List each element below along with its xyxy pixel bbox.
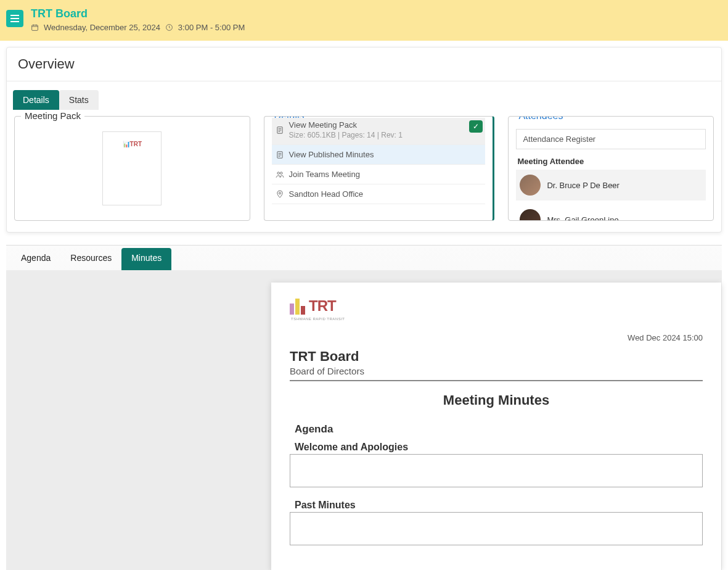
teams-label: Join Teams Meeting (289, 170, 360, 179)
logo-subtitle: TSHWANE RAPID TRANSIT (291, 317, 345, 321)
attendee-name: Dr. Bruce P De Beer (547, 181, 620, 190)
minutes-text-box-2[interactable] (290, 512, 703, 545)
attendee-name: Mrs. Gail GreenLine (547, 215, 618, 221)
view-pack-text-wrap: View Meeting Pack Size: 605.1KB | Pages:… (289, 120, 403, 139)
minutes-viewer: TRT TSHWANE RAPID TRANSIT Wed Dec 2024 1… (6, 270, 722, 570)
minutes-text-box-1[interactable] (290, 454, 703, 487)
meeting-time: 3:00 PM - 5:00 PM (178, 23, 245, 32)
doc-datetime: Wed Dec 2024 15:00 (628, 333, 703, 342)
agenda-item-2: Past Minutes (295, 500, 703, 511)
clock-icon (165, 23, 173, 31)
svg-point-5 (280, 171, 282, 174)
avatar (520, 175, 541, 196)
tab-agenda[interactable]: Agenda (11, 246, 60, 270)
agenda-item-1: Welcome and Apologies (295, 442, 703, 453)
document-icon (276, 126, 284, 134)
divider (290, 380, 703, 381)
view-meeting-pack-row[interactable]: View Meeting Pack Size: 605.1KB | Pages:… (272, 118, 486, 145)
attendees-panel: Attendees Attendance Register Meeting At… (508, 116, 714, 221)
meeting-pack-legend: Meeting Pack (21, 110, 84, 121)
location-label: Sandton Head Office (289, 189, 363, 199)
meeting-date: Wednesday, December 25, 2024 (44, 23, 160, 32)
doc-header-row: Wed Dec 2024 15:00 (290, 333, 703, 342)
meeting-title: TRT Board (31, 7, 245, 20)
meeting-pack-thumbnail[interactable]: 📊TRT (102, 131, 162, 205)
doc-title: TRT Board (290, 349, 703, 365)
svg-point-6 (279, 192, 280, 194)
view-minutes-label: View Published Minutes (289, 150, 374, 159)
overview-card: Overview Details Stats Meeting Pack 📊TRT… (6, 47, 722, 233)
attendee-section-title: Meeting Attendee (516, 153, 706, 170)
view-pack-label: View Meeting Pack (289, 120, 357, 130)
location-row[interactable]: Sandton Head Office (272, 184, 486, 204)
tab-stats[interactable]: Stats (59, 90, 99, 110)
calendar-icon (31, 23, 39, 31)
doc-heading: Meeting Minutes (290, 392, 703, 408)
pack-logo-icon: 📊TRT (123, 141, 142, 147)
svg-point-4 (277, 171, 280, 174)
attendee-row[interactable]: Mrs. Gail GreenLine (516, 204, 706, 221)
doc-logo: TRT TSHWANE RAPID TRANSIT (290, 297, 345, 321)
details-list: View Meeting Pack Size: 605.1KB | Pages:… (272, 118, 486, 204)
details-panel: Details View Meeting Pack Size: 605.1KB … (264, 116, 495, 221)
overview-title: Overview (7, 48, 721, 81)
doc-subtitle: Board of Directors (290, 366, 703, 376)
overview-body: Meeting Pack 📊TRT Details View Meeting P… (7, 110, 721, 232)
tab-minutes[interactable]: Minutes (121, 248, 171, 270)
lower-section: Agenda Resources Minutes TRT TSHWANE RAP… (6, 245, 722, 570)
tab-resources[interactable]: Resources (60, 246, 121, 270)
avatar (520, 209, 541, 221)
overview-tabs: Details Stats (7, 81, 721, 110)
attendance-register-button[interactable]: Attendance Register (516, 129, 706, 149)
logo-bars-icon: TRT (290, 297, 336, 315)
document-icon (276, 151, 284, 159)
tab-details[interactable]: Details (13, 90, 59, 110)
agenda-label: Agenda (295, 423, 703, 436)
attendee-row[interactable]: Dr. Bruce P De Beer (516, 170, 706, 200)
content-tabs: Agenda Resources Minutes (6, 246, 722, 270)
minutes-document: TRT TSHWANE RAPID TRANSIT Wed Dec 2024 1… (271, 283, 721, 570)
meeting-pack-panel: Meeting Pack 📊TRT (14, 116, 250, 221)
svg-rect-0 (32, 25, 38, 31)
location-icon (276, 190, 284, 199)
logo-text: TRT (309, 297, 336, 315)
menu-button[interactable] (6, 10, 23, 27)
join-teams-row[interactable]: Join Teams Meeting (272, 165, 486, 184)
check-icon: ✓ (469, 120, 483, 133)
pack-meta: Size: 605.1KB | Pages: 14 | Rev: 1 (289, 131, 403, 139)
view-minutes-row[interactable]: View Published Minutes (272, 145, 486, 165)
app-header: TRT Board Wednesday, December 25, 2024 3… (0, 0, 728, 41)
hamburger-icon (10, 15, 19, 22)
main-content: Overview Details Stats Meeting Pack 📊TRT… (0, 41, 728, 570)
header-text-block: TRT Board Wednesday, December 25, 2024 3… (31, 7, 245, 32)
people-icon (276, 170, 284, 179)
meeting-subtitle: Wednesday, December 25, 2024 3:00 PM - 5… (31, 23, 245, 32)
attendees-legend: Attendees (515, 116, 566, 122)
